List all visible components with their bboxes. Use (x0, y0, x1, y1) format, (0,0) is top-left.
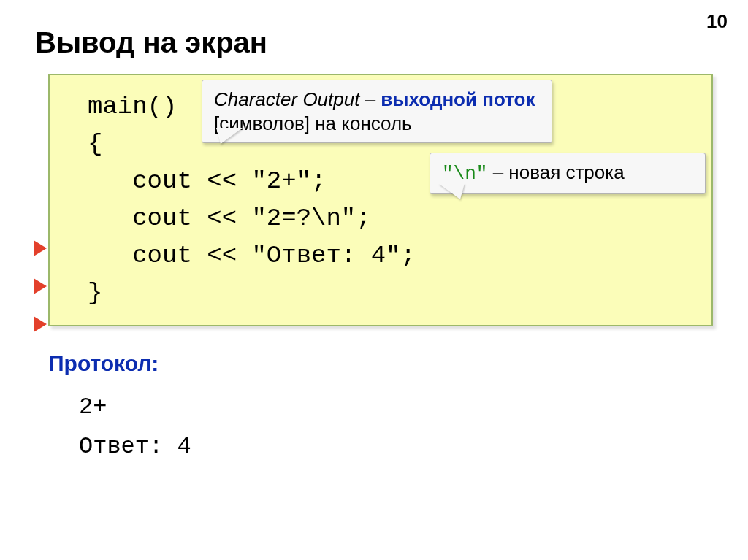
callout-text: – (359, 88, 381, 110)
callout-text: [символов] на консоль (214, 112, 412, 134)
protocol-label: Протокол: (48, 351, 713, 376)
callout-text: "\n" (442, 163, 487, 185)
play-marker-icon (34, 240, 47, 256)
callout-text: Character Output (214, 88, 359, 110)
output-line: 2+ (79, 388, 713, 427)
callout-text: – новая строка (487, 161, 624, 183)
code-line: cout << "2=?\n"; (88, 200, 691, 237)
code-line: cout << "Ответ: 4"; (88, 237, 691, 275)
code-area: main() { cout << "2+"; cout << "2=?\n"; … (35, 74, 713, 326)
callout-text: выходной поток (381, 88, 535, 110)
callout-newline: "\n" – новая строка (430, 153, 706, 194)
callout-tail-icon (438, 183, 465, 199)
callout-char-output: Character Output – выходной поток [симво… (202, 80, 552, 143)
output-line: Ответ: 4 (79, 427, 713, 467)
play-marker-icon (34, 316, 47, 332)
callout-tail-icon (216, 128, 243, 144)
code-line: } (88, 275, 691, 312)
play-marker-icon (34, 278, 47, 294)
page-number: 10 (706, 10, 728, 33)
slide-title: Вывод на экран (35, 26, 713, 59)
protocol-output: 2+ Ответ: 4 (79, 388, 713, 467)
